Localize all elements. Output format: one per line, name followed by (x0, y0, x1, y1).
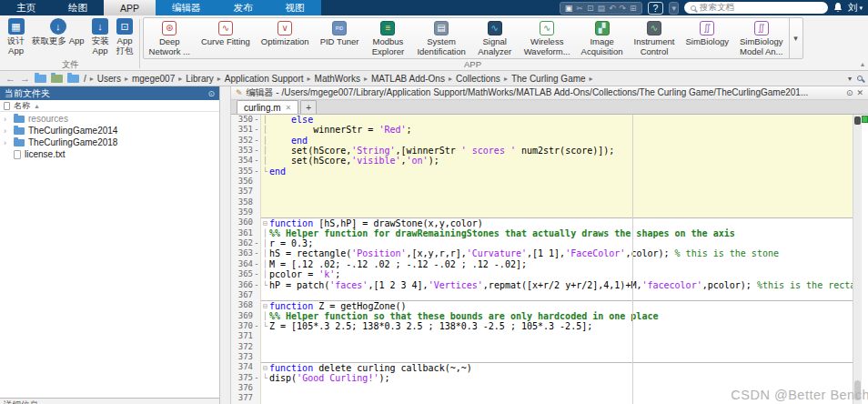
code-line[interactable]: 366-└hP = patch('faces',[1 2 3 4],'Verti… (231, 280, 853, 290)
path-dropdown-icon[interactable]: ▾ (848, 75, 852, 83)
back-icon[interactable]: ← (5, 73, 15, 84)
breakpoint-column[interactable]: - (253, 280, 261, 290)
paste-icon[interactable]: ▤ (597, 4, 605, 13)
new-tab-button[interactable]: + (300, 100, 317, 114)
fold-toggle-icon[interactable]: ⊟ (261, 218, 269, 227)
code-line[interactable]: 352-│ end (231, 136, 853, 146)
redo-icon[interactable]: ↷ (620, 4, 627, 13)
scrollbar-thumb[interactable] (854, 116, 861, 125)
list-item[interactable]: ›resources (0, 113, 219, 125)
code-line[interactable]: 351-│ winnerStr = 'Red'; (231, 125, 853, 135)
breadcrumb-item[interactable]: Library (186, 74, 214, 84)
breadcrumb-item[interactable]: MathWorks (315, 74, 360, 84)
editor-menu-icon[interactable]: ⊙ (846, 88, 853, 97)
breakpoint-column[interactable] (253, 177, 261, 187)
tab-发布[interactable]: 发布 (217, 0, 269, 15)
expander-icon[interactable]: › (4, 126, 10, 136)
editor-vertical-scrollbar[interactable] (853, 115, 862, 404)
app-item-simbiology-model-an-[interactable]: ∬SimBiologyModel An... (734, 18, 789, 58)
code-line[interactable]: 375-└disp('Good Curling!'); (231, 373, 853, 383)
breadcrumb-item[interactable]: mgege007 (132, 74, 175, 84)
code-area[interactable]: 350-│ else351-│ winnerStr = 'Red';352-│ … (231, 115, 868, 404)
cut-icon[interactable]: ✂ (576, 4, 583, 13)
code-line[interactable]: 359 (231, 207, 853, 217)
app-item-pid-tuner[interactable]: PIDPID Tuner (315, 18, 365, 58)
breakpoint-column[interactable]: - (253, 259, 261, 269)
breadcrumb-item[interactable]: Users (97, 74, 121, 84)
app-item-simbiology[interactable]: ∬SimBiology (680, 18, 734, 58)
breakpoint-column[interactable]: - (253, 269, 261, 279)
folder-search-icon[interactable] (857, 76, 863, 81)
package-app-button[interactable]: ⊡App打包 (113, 17, 137, 56)
breakpoint-column[interactable]: - (253, 321, 261, 331)
code-line[interactable]: 374⊟function delete_curling_callback(~,~… (231, 362, 853, 372)
breakpoint-column[interactable]: - (253, 238, 261, 248)
expander-icon[interactable]: › (4, 138, 10, 147)
expander-icon[interactable]: › (4, 115, 10, 124)
app-item-optimization[interactable]: ∨Optimization (256, 18, 315, 58)
breakpoint-column[interactable] (253, 300, 261, 310)
code-line[interactable]: 357 (231, 187, 853, 197)
tab-绘图[interactable]: 绘图 (52, 0, 104, 15)
breakpoint-column[interactable]: - (253, 156, 261, 166)
forward-icon[interactable]: → (20, 73, 30, 84)
breakpoint-column[interactable] (253, 393, 261, 403)
undo-icon[interactable]: ↶ (609, 4, 616, 13)
breakpoint-column[interactable]: - (253, 136, 261, 146)
list-item[interactable]: ›TheCurlingGame2018 (0, 136, 219, 148)
doc-search-input[interactable]: 搜索文档 (684, 2, 828, 14)
save-icon[interactable]: ▣ (565, 4, 573, 13)
app-item-modbus-explorer[interactable]: ≡ModbusExplorer (364, 18, 411, 58)
code-line[interactable]: 365-│pcolor = 'k'; (231, 269, 853, 279)
breakpoint-column[interactable]: - (253, 146, 261, 156)
breakpoint-column[interactable] (253, 290, 261, 300)
code-line[interactable]: 360⊟function [hS,hP] = drawStone(x,y,col… (231, 217, 853, 227)
code-line[interactable]: 350-│ else (231, 115, 853, 125)
app-item-deep-network-[interactable]: ⊛DeepNetwork ... (144, 18, 196, 58)
code-line[interactable]: 354-│ set(hScore,'visible','on'); (231, 156, 853, 166)
code-analyzer-indicator[interactable] (862, 116, 868, 123)
editor-close-icon[interactable]: ✕ (856, 88, 863, 97)
tab-APP[interactable]: APP (104, 0, 156, 15)
code-line[interactable]: 362-│r = 0.3; (231, 238, 853, 248)
get-more-apps-button[interactable]: ↓获取更多 App (28, 17, 88, 47)
gallery-dropdown-icon[interactable]: ▾ (789, 18, 802, 58)
breakpoint-column[interactable]: - (253, 167, 261, 177)
app-item-curve-fitting[interactable]: ∿Curve Fitting (196, 18, 256, 58)
name-column-header[interactable]: 名称 ▲ (0, 100, 219, 112)
new-window-icon[interactable]: ⊞ (630, 4, 637, 13)
up-folder-icon[interactable] (35, 75, 46, 83)
code-line[interactable]: 370-└Z = [105*.3 2.5; 138*0.3 2.5 ; 138*… (231, 321, 853, 331)
code-line[interactable]: 356 (231, 177, 853, 187)
breakpoint-column[interactable] (253, 383, 261, 393)
breakpoint-column[interactable] (253, 331, 261, 341)
install-app-button[interactable]: ↓安装App (88, 17, 113, 56)
breakpoint-column[interactable] (253, 197, 261, 207)
breadcrumb-item[interactable]: The Curling Game (511, 74, 586, 84)
breadcrumb-item[interactable]: Application Support (225, 74, 304, 84)
code-line[interactable]: 371 (231, 331, 853, 341)
code-line[interactable]: 367 (231, 290, 853, 300)
copy-icon[interactable]: ⊡ (587, 4, 594, 13)
code-line[interactable]: 363-│hS = rectangle('Position',[x,y,r,r]… (231, 248, 853, 258)
code-line[interactable]: 368⊟function Z = getHogZone() (231, 300, 853, 310)
breakpoint-column[interactable] (253, 228, 261, 238)
breakpoint-column[interactable]: - (253, 248, 261, 258)
notifications-bell-icon[interactable] (833, 3, 843, 13)
user-menu[interactable]: 刘 ▾ (848, 2, 863, 15)
breakpoint-column[interactable] (253, 311, 261, 321)
breakpoint-column[interactable] (253, 352, 261, 362)
code-line[interactable]: 373 (231, 352, 853, 362)
breadcrumb-item[interactable]: Collections (456, 74, 500, 84)
app-item-instrument-control[interactable]: ∿InstrumentControl (629, 18, 681, 58)
tab-close-icon[interactable]: ✕ (286, 104, 292, 112)
panel-menu-icon[interactable]: ⊙ (207, 89, 215, 98)
breakpoint-column[interactable] (253, 187, 261, 197)
code-line[interactable]: 353-│ set(hScore,'String',[winnerStr ' s… (231, 146, 853, 156)
app-item-image-acquisition[interactable]: ▞ImageAcquisition (576, 18, 629, 58)
design-app-button[interactable]: ▦设计App (4, 17, 28, 56)
tab-编辑器[interactable]: 编辑器 (156, 0, 217, 15)
code-line[interactable]: 364-│M = [.12 .02; -.12 .02 ; -.12 -.02 … (231, 259, 853, 269)
list-item[interactable]: ›TheCurlingGame2014 (0, 125, 219, 136)
code-line[interactable]: 369│%% Helper function so that these bou… (231, 311, 853, 321)
